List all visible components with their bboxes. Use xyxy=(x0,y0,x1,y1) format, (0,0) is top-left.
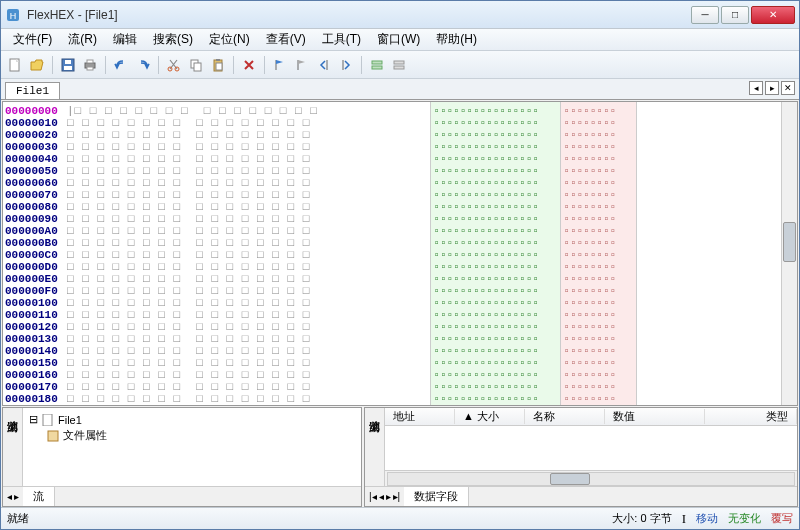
flag-gray-button[interactable] xyxy=(292,55,312,75)
svg-rect-14 xyxy=(216,59,220,61)
hscroll-thumb[interactable] xyxy=(550,473,590,485)
status-jump[interactable]: 移动 xyxy=(696,511,718,526)
svg-rect-8 xyxy=(87,67,93,70)
bottom-panels: 滚动浏览 ⊟ File1 文件属性 ◂ ▸ xyxy=(2,407,798,507)
print-button[interactable] xyxy=(80,55,100,75)
menu-edit[interactable]: 编辑 xyxy=(105,29,145,50)
panel2-nav-first[interactable]: |◂ xyxy=(369,491,377,502)
tab-next-button[interactable]: ▸ xyxy=(765,81,779,95)
close-button[interactable]: ✕ xyxy=(751,6,795,24)
col-value[interactable]: 数值 xyxy=(605,409,705,424)
redo-button[interactable] xyxy=(133,55,153,75)
document-tabs: File1 ◂ ▸ ✕ xyxy=(1,79,799,100)
ascii-column-2[interactable]: ▫▫▫▫▫▫▫▫▫▫▫▫▫▫▫▫▫▫▫▫▫▫▫▫▫▫▫▫▫▫▫▫▫▫▫▫▫▫▫▫… xyxy=(560,102,636,405)
open-button[interactable] xyxy=(27,55,47,75)
svg-rect-16 xyxy=(372,61,382,64)
panel-nav-prev[interactable]: ◂ xyxy=(7,491,12,502)
svg-text:H: H xyxy=(10,11,17,21)
main-window: H FlexHEX - [File1] ─ □ ✕ 文件(F) 流(R) 编辑 … xyxy=(0,0,800,530)
svg-rect-5 xyxy=(65,60,71,64)
data-panel-label: 滚动浏览 xyxy=(365,408,385,486)
columns-header: 地址 ▲ 大小 名称 数值 类型 xyxy=(385,408,797,426)
minimize-button[interactable]: ─ xyxy=(691,6,719,24)
properties-icon xyxy=(47,430,59,442)
col-address[interactable]: 地址 xyxy=(385,409,455,424)
menu-view[interactable]: 查看(V) xyxy=(258,29,314,50)
menu-search[interactable]: 搜索(S) xyxy=(145,29,201,50)
menu-file[interactable]: 文件(F) xyxy=(5,29,60,50)
ascii-column-1[interactable]: ▫▫▫▫▫▫▫▫▫▫▫▫▫▫▫▫▫▫▫▫▫▫▫▫▫▫▫▫▫▫▫▫▫▫▫▫▫▫▫▫… xyxy=(430,102,560,405)
data-fields-list[interactable] xyxy=(385,426,797,470)
svg-rect-4 xyxy=(64,66,72,70)
hex-blank-area xyxy=(636,102,781,405)
statusbar: 就绪 大小: 0 字节 I 移动 无变化 覆写 xyxy=(1,507,799,529)
menu-window[interactable]: 窗口(W) xyxy=(369,29,428,50)
window-controls: ─ □ ✕ xyxy=(691,6,795,24)
svg-rect-20 xyxy=(43,414,52,426)
delete-button[interactable] xyxy=(239,55,259,75)
scroll-thumb[interactable] xyxy=(783,222,796,262)
data-fields-panel: 滚动浏览 地址 ▲ 大小 名称 数值 类型 xyxy=(364,407,798,507)
save-button[interactable] xyxy=(58,55,78,75)
menu-stream[interactable]: 流(R) xyxy=(60,29,105,50)
next-flag-button[interactable] xyxy=(336,55,356,75)
menu-help[interactable]: 帮助(H) xyxy=(428,29,485,50)
streams-panel: 滚动浏览 ⊟ File1 文件属性 ◂ ▸ xyxy=(2,407,362,507)
fields-gray-button[interactable] xyxy=(389,55,409,75)
copy-button[interactable] xyxy=(186,55,206,75)
col-size[interactable]: ▲ 大小 xyxy=(455,409,525,424)
tree-root-label: File1 xyxy=(58,414,82,426)
status-nochange: 无变化 xyxy=(728,511,761,526)
tree-child[interactable]: 文件属性 xyxy=(29,427,355,444)
status-ready: 就绪 xyxy=(7,511,612,526)
tree-root[interactable]: ⊟ File1 xyxy=(29,412,355,427)
hex-editor[interactable]: 0000000000000010000000200000003000000040… xyxy=(2,101,798,406)
menu-tools[interactable]: 工具(T) xyxy=(314,29,369,50)
app-icon: H xyxy=(5,7,21,23)
svg-rect-19 xyxy=(394,66,404,69)
panel2-nav-last[interactable]: ▸| xyxy=(393,491,401,502)
hex-bytes-area[interactable]: |□ □ □ □ □ □ □ □ □ □ □ □ □ □ □ □ □ □ □ □… xyxy=(63,102,430,405)
paste-button[interactable] xyxy=(208,55,228,75)
vertical-scrollbar[interactable] xyxy=(781,102,797,405)
flag-blue-button[interactable] xyxy=(270,55,290,75)
col-type[interactable]: 类型 xyxy=(705,409,797,424)
offset-column: 0000000000000010000000200000003000000040… xyxy=(3,102,63,405)
maximize-button[interactable]: □ xyxy=(721,6,749,24)
svg-rect-15 xyxy=(216,63,222,70)
svg-rect-18 xyxy=(394,61,404,64)
status-overwrite[interactable]: 覆写 xyxy=(771,511,793,526)
file-tree[interactable]: ⊟ File1 文件属性 xyxy=(23,408,361,486)
panel2-nav-next[interactable]: ▸ xyxy=(386,491,391,502)
toolbar xyxy=(1,51,799,79)
window-title: FlexHEX - [File1] xyxy=(27,8,691,22)
data-fields-tab[interactable]: 数据字段 xyxy=(404,487,469,506)
svg-rect-21 xyxy=(48,431,58,441)
tab-file1[interactable]: File1 xyxy=(5,82,60,99)
panel-hscroll[interactable] xyxy=(385,470,797,486)
svg-rect-12 xyxy=(194,63,201,71)
fields-button[interactable] xyxy=(367,55,387,75)
cut-button[interactable] xyxy=(164,55,184,75)
panel-nav-next[interactable]: ▸ xyxy=(14,491,19,502)
col-name[interactable]: 名称 xyxy=(525,409,605,424)
cursor-mode-icon[interactable]: I xyxy=(682,511,686,527)
menu-goto[interactable]: 定位(N) xyxy=(201,29,258,50)
streams-panel-label: 滚动浏览 xyxy=(3,408,23,486)
tab-close-button[interactable]: ✕ xyxy=(781,81,795,95)
streams-tab[interactable]: 流 xyxy=(23,487,55,506)
panel2-nav-prev[interactable]: ◂ xyxy=(379,491,384,502)
status-size: 大小: 0 字节 xyxy=(612,511,671,526)
tree-child-label: 文件属性 xyxy=(63,428,107,443)
new-button[interactable] xyxy=(5,55,25,75)
svg-rect-17 xyxy=(372,66,382,69)
prev-flag-button[interactable] xyxy=(314,55,334,75)
undo-button[interactable] xyxy=(111,55,131,75)
tab-prev-button[interactable]: ◂ xyxy=(749,81,763,95)
file-icon xyxy=(42,414,54,426)
svg-rect-7 xyxy=(87,60,93,63)
titlebar[interactable]: H FlexHEX - [File1] ─ □ ✕ xyxy=(1,1,799,29)
collapse-icon[interactable]: ⊟ xyxy=(29,413,38,426)
menubar: 文件(F) 流(R) 编辑 搜索(S) 定位(N) 查看(V) 工具(T) 窗口… xyxy=(1,29,799,51)
